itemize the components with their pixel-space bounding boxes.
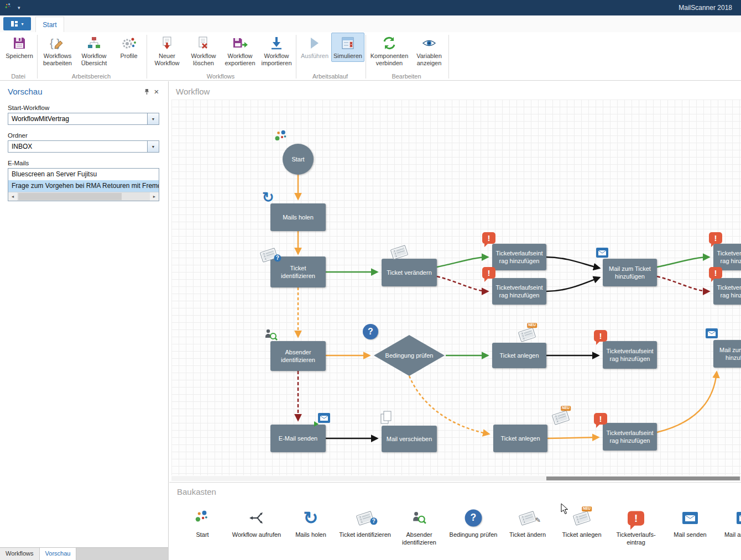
- workflow-node[interactable]: Ticket anlegen: [493, 425, 547, 452]
- toolbox-item-ticketverlaufseintrag[interactable]: Ticketverlaufs-eintrag: [609, 505, 662, 547]
- profiles-button[interactable]: Profile: [112, 33, 145, 62]
- scroll-left-icon[interactable]: [8, 192, 17, 201]
- toolbox-title: Baukasten: [177, 487, 741, 496]
- ribbon-tab-row: Start: [0, 15, 741, 32]
- workflow-node[interactable]: Ticketverlaufseintrag hinzufügen: [492, 278, 546, 305]
- scroll-right-icon[interactable]: [150, 192, 159, 201]
- pages-icon: [379, 410, 393, 427]
- exclamation-bubble-icon: [482, 267, 495, 279]
- start-workflow-select[interactable]: WorkflowMitVertrag: [8, 113, 159, 125]
- workflow-edge[interactable]: [547, 437, 598, 438]
- colored-dots-icon: [176, 505, 229, 531]
- workflow-node[interactable]: Ticketverlaufseintrag hinzufügen: [713, 244, 741, 270]
- workflow-edge[interactable]: [437, 276, 488, 291]
- workflow-edge[interactable]: [657, 372, 717, 432]
- toolbox-item-bedingung-pruefen[interactable]: Bedingung prüfen: [447, 505, 500, 547]
- edit-workflows-button[interactable]: { } Workflows bearbeiten: [39, 33, 76, 69]
- window-title: MailScanner 2018: [679, 4, 732, 12]
- workflow-node[interactable]: Ticketverlaufseintrag hinzufügen: [603, 423, 657, 451]
- tab-start[interactable]: Start: [35, 17, 64, 32]
- import-workflow-button[interactable]: Workflow importieren: [258, 33, 295, 69]
- toolbox-item-ticket-aendern[interactable]: Ticket ändern: [501, 505, 554, 547]
- workflow-canvas[interactable]: Start Mails holen Ticket identifizieren …: [171, 100, 741, 475]
- toolbox-item-mail-senden[interactable]: Mail senden: [664, 505, 717, 547]
- mail-send-icon: [318, 413, 330, 425]
- app-menu-button[interactable]: [3, 17, 31, 30]
- workflow-edge[interactable]: [657, 276, 709, 291]
- toolbox-panel: Baukasten Start Workflow aufrufen Mails …: [169, 482, 741, 560]
- workflow-node[interactable]: E-Mail senden: [270, 425, 326, 452]
- toolbox-item-start[interactable]: Start: [176, 505, 229, 547]
- show-variables-button[interactable]: Variablen anzeigen: [411, 33, 447, 69]
- delete-workflow-icon: [196, 35, 211, 51]
- person-search-icon: [393, 505, 446, 531]
- toolbox-item-mails-holen[interactable]: Mails holen: [284, 505, 337, 547]
- folder-label: Ordner: [8, 132, 159, 139]
- exclamation-bubble-icon: [594, 413, 607, 425]
- run-icon: [309, 35, 321, 51]
- run-button[interactable]: Ausführen: [298, 33, 331, 62]
- ribbon-group-bearbeiten: Komponenten verbinden Variablen anzeigen…: [366, 32, 449, 80]
- toolbox-item-ticket-identifizieren[interactable]: Ticket identifizieren: [338, 505, 392, 547]
- tab-workflows[interactable]: Workflows: [0, 548, 40, 560]
- workflow-node[interactable]: Absender identifizieren: [270, 341, 326, 371]
- scrollbar-thumb[interactable]: [546, 477, 740, 480]
- workflow-node[interactable]: Mail zum Ticket hinzufügen: [713, 340, 741, 368]
- mail-icon: [718, 505, 741, 531]
- tab-vorschau[interactable]: Vorschau: [40, 548, 77, 560]
- workflow-edge[interactable]: [546, 257, 599, 268]
- ribbon-group-arbeitsablauf: Ausführen Simulieren Arbeitsablauf: [296, 32, 366, 80]
- preview-panel: Vorschau Start-Workflow WorkflowMitVertr…: [0, 81, 169, 560]
- workflow-node[interactable]: Mail zum Ticket hinzufügen: [603, 259, 657, 286]
- canvas-hscrollbar[interactable]: [171, 476, 741, 481]
- mail-icon: [596, 248, 608, 260]
- workflow-edge[interactable]: [657, 257, 709, 267]
- question-badge: [274, 254, 281, 261]
- chevron-down-icon[interactable]: [147, 113, 159, 124]
- exclamation-bubble-icon: [709, 232, 722, 244]
- simulate-button[interactable]: Simulieren: [331, 33, 364, 62]
- ribbon-group-label: Workflows: [147, 73, 294, 80]
- scrollbar-thumb[interactable]: [18, 193, 122, 200]
- list-item[interactable]: Frage zum Vorgehen bei RMA Retouren mit …: [8, 180, 159, 192]
- connect-components-button[interactable]: Komponenten verbinden: [368, 33, 411, 69]
- toolbox-item-call-workflow[interactable]: Workflow aufrufen: [230, 505, 283, 547]
- ribbon-group-label: Bearbeiten: [366, 73, 447, 80]
- workflow-node[interactable]: Start: [283, 144, 314, 175]
- delete-workflow-button[interactable]: Workflow löschen: [185, 33, 222, 69]
- workflow-node[interactable]: Ticketverlaufseintrag hinzufügen: [713, 278, 741, 305]
- workflow-node[interactable]: Ticketverlaufseintrag hinzufügen: [603, 341, 657, 369]
- workflow-node[interactable]: Ticket anlegen: [492, 343, 546, 368]
- workflow-edge[interactable]: [546, 278, 599, 291]
- folder-select[interactable]: INBOX: [8, 140, 159, 153]
- new-workflow-button[interactable]: Neuer Workflow: [149, 33, 185, 69]
- import-workflow-icon: [269, 35, 284, 51]
- start-workflow-label: Start-Workflow: [8, 104, 159, 111]
- close-icon[interactable]: [152, 87, 161, 96]
- toolbox-item-absender-identifizieren[interactable]: Absender identifizieren: [393, 505, 446, 547]
- folder-value: INBOX: [8, 141, 147, 152]
- list-item[interactable]: Bluescreen an Server Fujitsu: [8, 169, 159, 180]
- neu-badge: NEU: [527, 323, 537, 328]
- workflow-node[interactable]: Mail verschieben: [382, 426, 437, 452]
- ticket-edit-icon: [501, 505, 554, 531]
- new-workflow-icon: [160, 35, 174, 51]
- app-icon[interactable]: [4, 3, 12, 13]
- toolbox-item-mail-anhaengen[interactable]: Mail anhängen: [718, 505, 741, 547]
- ribbon: Start Speichern Datei { } Wo: [0, 15, 741, 81]
- save-button[interactable]: Speichern: [3, 33, 36, 62]
- scrollbar-track[interactable]: [17, 192, 150, 201]
- chevron-down-icon[interactable]: [147, 141, 159, 152]
- mail-icon: [706, 328, 718, 341]
- edit-workflows-icon: { }: [50, 35, 65, 51]
- workflow-node[interactable]: Ticketverlaufseintrag hinzufügen: [492, 244, 546, 270]
- panel-title: Vorschau: [8, 87, 142, 96]
- workflow-node[interactable]: Mails holen: [270, 203, 326, 231]
- workflow-edge[interactable]: [437, 257, 488, 267]
- export-workflow-button[interactable]: Workflow exportieren: [222, 33, 258, 69]
- quick-access-caret-icon[interactable]: [18, 5, 20, 11]
- ribbon-body: Speichern Datei { } Workflows bearbeiten…: [0, 32, 741, 80]
- workflow-node[interactable]: Ticket verändern: [382, 259, 437, 286]
- workflow-overview-button[interactable]: Workflow Übersicht: [76, 33, 112, 69]
- pin-icon[interactable]: [142, 87, 152, 96]
